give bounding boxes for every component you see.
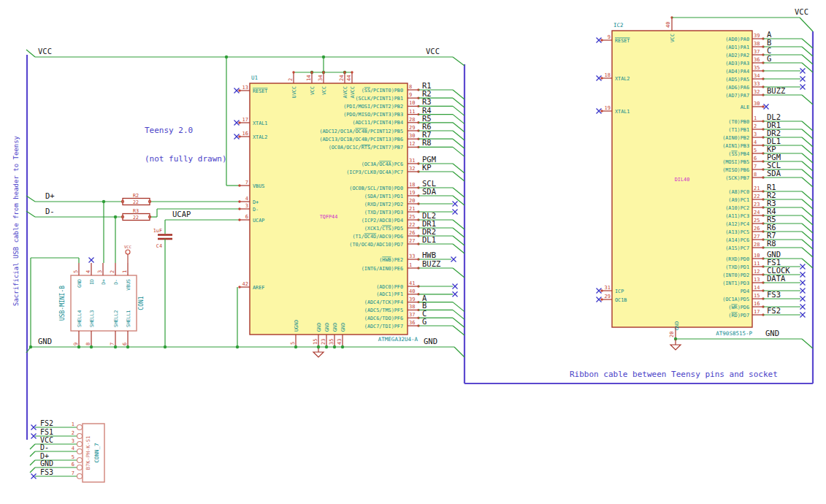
pin-name: (HWB)PE2 bbox=[379, 257, 403, 263]
u1-ref[interactable]: U1 bbox=[251, 75, 258, 81]
conn7-ref[interactable]: CONN_7 bbox=[93, 443, 100, 462]
pin-name: (ADC5/TMS)PF5 bbox=[364, 308, 403, 313]
net-label-gnd[interactable]: GND bbox=[765, 329, 779, 337]
net-label-data[interactable]: DATA bbox=[767, 274, 786, 283]
pin-name: (AIN0)PB2 bbox=[722, 135, 749, 141]
bus-entry bbox=[453, 106, 464, 115]
net-label-sda[interactable]: SDA bbox=[767, 169, 781, 177]
pin-number: 35 bbox=[754, 65, 760, 71]
net-label-hwb[interactable]: HWB bbox=[422, 251, 436, 259]
net-label-vcc[interactable]: VCC bbox=[38, 47, 52, 56]
resistor-ref[interactable]: R3 bbox=[133, 208, 139, 214]
pin-name: (AD1)PA1 bbox=[725, 45, 749, 50]
pin-name: (AD5)PA5 bbox=[725, 77, 749, 83]
pin-number: 1 bbox=[409, 262, 412, 268]
pin-name: VCC bbox=[670, 34, 676, 42]
pin-number: 15 bbox=[754, 293, 760, 299]
con1-value[interactable]: USB-MINI-B bbox=[59, 286, 66, 321]
pin-name: (AD3)PA3 bbox=[725, 61, 749, 66]
pin-name: (T0)PB0 bbox=[728, 119, 749, 125]
net-label-vcc[interactable]: VCC bbox=[795, 7, 808, 16]
junction-dot bbox=[333, 345, 336, 348]
pin-name: (AD4)PA4 bbox=[725, 69, 749, 75]
net-label-fs3[interactable]: FS3 bbox=[40, 468, 53, 476]
pin-number: 14 bbox=[754, 285, 760, 291]
net-label-vcc[interactable]: VCC bbox=[426, 47, 440, 56]
net-label-fs2[interactable]: FS2 bbox=[767, 306, 781, 315]
pin-number: 4 bbox=[245, 196, 248, 202]
c4-value[interactable]: 1uF bbox=[153, 228, 162, 234]
net-label-gnd[interactable]: GND bbox=[38, 337, 52, 345]
pin-name: GND bbox=[674, 321, 680, 330]
net-label-r7[interactable]: R7 bbox=[422, 130, 432, 139]
net-label-dplus[interactable]: D+ bbox=[45, 191, 55, 200]
bus-entry bbox=[802, 339, 813, 348]
net-label-r8[interactable]: R8 bbox=[422, 138, 432, 147]
pin-number: 6 bbox=[245, 214, 248, 220]
pin-name: SHELL3 bbox=[89, 310, 95, 327]
pin-number: 9 bbox=[608, 34, 611, 40]
pin-number: 12 bbox=[409, 141, 415, 147]
pin-tip bbox=[600, 289, 603, 291]
net-label-kp[interactable]: KP bbox=[422, 163, 432, 172]
resistor-value[interactable]: 22 bbox=[133, 215, 139, 221]
pin-name: XTAL2 bbox=[253, 134, 267, 140]
net-label-g[interactable]: G bbox=[767, 54, 771, 63]
ic2-value[interactable]: AT90S8515-P bbox=[716, 330, 752, 337]
pin-name: XTAL1 bbox=[615, 109, 630, 115]
conn7-value[interactable]: B7K-PH-K-S1 bbox=[85, 436, 91, 470]
net-label-fs2[interactable]: FS2 bbox=[40, 419, 53, 427]
pin-name: GND bbox=[340, 323, 346, 332]
net-label-fs3[interactable]: FS3 bbox=[767, 290, 781, 299]
pin-tip bbox=[238, 184, 240, 186]
pin-name: PD4 bbox=[741, 289, 749, 294]
bus-entry bbox=[802, 153, 813, 163]
pin-number: 33 bbox=[754, 81, 760, 87]
pin-name: GND bbox=[77, 279, 83, 288]
con1-ref[interactable]: CON1 bbox=[138, 296, 145, 310]
pin-name: (AIN1)PB3 bbox=[722, 143, 749, 149]
resistor-value[interactable]: 22 bbox=[133, 199, 139, 205]
pin-name: (ADC11/PCINT4)PB4 bbox=[352, 120, 403, 126]
net-label-buzz[interactable]: BUZZ bbox=[767, 86, 785, 95]
pin-name: (INT1)PD3 bbox=[722, 280, 749, 286]
ic2-footprint[interactable]: DIL40 bbox=[675, 177, 689, 183]
u1-value[interactable]: ATMEGA32U4-A bbox=[378, 336, 418, 343]
net-label-gnd[interactable]: GND bbox=[424, 337, 437, 345]
net-label-g[interactable]: G bbox=[422, 317, 427, 326]
net-label-ucap[interactable]: UCAP bbox=[172, 210, 191, 218]
net-label-gnd[interactable]: GND bbox=[40, 459, 53, 467]
net-label-d-[interactable]: D- bbox=[40, 443, 49, 451]
pin-number: 43 bbox=[337, 339, 343, 345]
net-label-r6[interactable]: R6 bbox=[422, 122, 432, 131]
net-label-r5[interactable]: R5 bbox=[422, 114, 432, 123]
net-label-sda[interactable]: SDA bbox=[422, 187, 437, 196]
c4-ref[interactable]: C4 bbox=[156, 243, 162, 249]
ic2-ref[interactable]: IC2 bbox=[613, 22, 624, 28]
pin-name: UVCC bbox=[291, 86, 297, 98]
pin-tip bbox=[292, 71, 294, 73]
net-label-r1[interactable]: R1 bbox=[422, 81, 432, 90]
vcc-port-label[interactable]: VCC bbox=[124, 245, 131, 249]
pin-name: (WR)PD6 bbox=[728, 305, 749, 310]
pin-number: 5 bbox=[754, 148, 757, 153]
net-label-r2[interactable]: R2 bbox=[422, 89, 432, 98]
net-label-fs1[interactable]: FS1 bbox=[40, 428, 53, 436]
pin-tip bbox=[310, 71, 313, 73]
u1-footprint[interactable]: TQFP44 bbox=[320, 214, 338, 220]
net-label-r4[interactable]: R4 bbox=[422, 106, 432, 115]
pin-name: (RXD/INT2)PD2 bbox=[364, 202, 403, 207]
pin-name: XTAL1 bbox=[253, 121, 267, 126]
pin-name: (ADC0)PF0 bbox=[376, 284, 403, 290]
net-label-dl1[interactable]: DL1 bbox=[422, 235, 436, 244]
net-label-dminus[interactable]: D- bbox=[45, 207, 55, 215]
resistor-ref[interactable]: R2 bbox=[133, 193, 139, 199]
net-label-buzz[interactable]: BUZZ bbox=[422, 259, 440, 268]
bus-entry bbox=[802, 232, 813, 241]
bus-entry bbox=[802, 215, 813, 225]
pin-number: 8 bbox=[85, 343, 91, 345]
pin-number: 6 bbox=[754, 156, 757, 161]
pin-name: (A13)PC5 bbox=[725, 229, 749, 235]
net-label-r3[interactable]: R3 bbox=[422, 97, 432, 106]
net-label-r8[interactable]: R8 bbox=[767, 239, 776, 248]
